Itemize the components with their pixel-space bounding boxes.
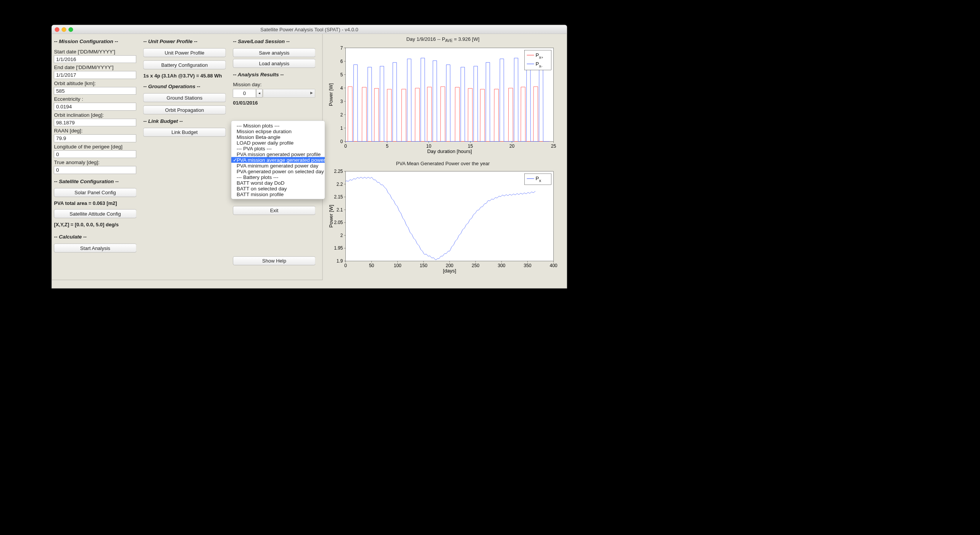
- pva-total-area: PVA total area = 0.063 [m2]: [54, 200, 136, 206]
- inclination-label: Orbit inclination [deg]:: [54, 112, 136, 118]
- mission-day-label: Mission day:: [233, 82, 315, 88]
- eccentricity-label: Eccentricity :: [54, 96, 136, 102]
- svg-text:0: 0: [344, 263, 347, 268]
- svg-text:350: 350: [524, 263, 531, 268]
- plot-menu-item[interactable]: BATT worst day DoD: [231, 180, 325, 186]
- plot-menu-item[interactable]: PVA mission generated power profile: [231, 151, 325, 157]
- svg-text:1: 1: [340, 126, 343, 131]
- svg-text:2: 2: [340, 233, 343, 238]
- save-analysis-button[interactable]: Save analysis: [233, 48, 316, 57]
- svg-text:5: 5: [386, 143, 388, 149]
- plot-menu-item[interactable]: PVA minimum generated power day: [231, 163, 325, 169]
- plot-type-menu[interactable]: --- Mission plots ---Mission eclipse dur…: [231, 121, 325, 199]
- plot-menu-item[interactable]: LOAD power daily profile: [231, 140, 325, 146]
- chart-top: Day 1/9/2016 -- PAVE = 3.926 [W] 0510152…: [329, 36, 558, 155]
- svg-text:[days]: [days]: [443, 268, 456, 274]
- mission-day-input[interactable]: 0: [233, 89, 256, 98]
- svg-text:0: 0: [340, 139, 343, 144]
- svg-text:250: 250: [472, 263, 479, 268]
- altitude-input[interactable]: 585: [54, 87, 136, 95]
- true-anomaly-input[interactable]: 0: [54, 166, 136, 174]
- svg-rect-0: [346, 48, 554, 142]
- svg-text:4: 4: [340, 85, 343, 91]
- attitude-config-button[interactable]: Satellite Attitude Config: [54, 209, 137, 218]
- altitude-label: Orbit altitude [km]:: [54, 81, 136, 87]
- raan-label: RAAN [deg]:: [54, 128, 136, 134]
- chart-bottom-title: PVA Mean Generated Power over the year: [329, 161, 558, 167]
- chart-bottom: PVA Mean Generated Power over the year 0…: [329, 161, 558, 275]
- inclination-input[interactable]: 98.1879: [54, 119, 136, 126]
- plot-menu-item[interactable]: Mission Beta-angle: [231, 134, 325, 140]
- chart-top-svg: 051015202501234567Day duration [hours]Po…: [329, 44, 558, 155]
- window-title: Satellite Power Analysis Tool (SPAT) - v…: [260, 26, 358, 32]
- solar-panel-config-button[interactable]: Solar Panel Config: [54, 188, 137, 197]
- save-load-heading: -- Save/Load Session --: [233, 39, 315, 45]
- end-date-label: End date ['DD/MM/YYYY']: [54, 64, 136, 71]
- attitude-vector: [X,Y,Z] = [0.0, 0.0, 5.0] deg/s: [54, 222, 136, 228]
- perigee-lon-input[interactable]: 0: [54, 150, 136, 158]
- raan-input[interactable]: 79.9: [54, 135, 136, 142]
- plot-menu-item[interactable]: --- PVA plots ---: [231, 146, 325, 151]
- svg-text:0: 0: [344, 143, 347, 149]
- end-date-input[interactable]: 1/1/2017: [54, 71, 136, 79]
- close-icon[interactable]: [55, 27, 60, 32]
- mission-day-slider[interactable]: [263, 89, 315, 98]
- mission-day-stepper: 0 ◄: [233, 89, 315, 97]
- client-area: -- Mission Configuration -- Start date […: [52, 34, 567, 288]
- unit-power-column: -- Unit Power Profile -- Unit Power Prof…: [143, 37, 226, 139]
- link-budget-button[interactable]: Link Budget: [143, 128, 226, 137]
- analysis-results-heading: -- Analysis Results --: [233, 72, 315, 78]
- plot-menu-item[interactable]: PVA mission average generated power: [231, 157, 325, 163]
- battery-config-button[interactable]: Battery Configuration: [143, 61, 226, 69]
- svg-text:Power [W]: Power [W]: [329, 83, 334, 106]
- chart-top-title: Day 1/9/2016 -- PAVE = 3.926 [W]: [329, 36, 558, 43]
- svg-text:25: 25: [551, 143, 556, 149]
- zoom-icon[interactable]: [69, 27, 73, 32]
- svg-text:Day duration [hours]: Day duration [hours]: [427, 148, 472, 154]
- start-analysis-button[interactable]: Start Analysis: [54, 244, 137, 253]
- app-window: Satellite Power Analysis Tool (SPAT) - v…: [52, 25, 567, 288]
- svg-rect-36: [346, 171, 554, 261]
- plot-menu-item[interactable]: --- Mission plots ---: [231, 123, 325, 129]
- plot-menu-item[interactable]: BATT mission profile: [231, 192, 325, 197]
- minimize-icon[interactable]: [62, 27, 66, 32]
- exit-button[interactable]: Exit: [233, 206, 316, 215]
- link-budget-heading: -- Link Budget --: [143, 118, 226, 124]
- load-analysis-button[interactable]: Load analysis: [233, 59, 316, 68]
- ground-ops-heading: -- Ground Operations --: [143, 84, 226, 90]
- orbit-propagation-button[interactable]: Orbit Propagation: [143, 106, 226, 114]
- svg-text:5: 5: [340, 72, 343, 77]
- svg-text:2.25: 2.25: [334, 169, 343, 174]
- mission-day-date: 01/01/2016: [233, 100, 315, 106]
- svg-text:300: 300: [498, 263, 505, 268]
- svg-text:50: 50: [369, 263, 374, 268]
- eccentricity-input[interactable]: 0.0194: [54, 103, 136, 111]
- titlebar: Satellite Power Analysis Tool (SPAT) - v…: [52, 25, 567, 34]
- unit-power-profile-button[interactable]: Unit Power Profile: [143, 48, 226, 57]
- svg-text:6: 6: [340, 59, 343, 64]
- svg-text:15: 15: [468, 143, 473, 149]
- start-date-label: Start date ['DD/MM/YYYY']: [54, 49, 136, 55]
- perigee-lon-label: Longitude of the perigee [deg]: [54, 144, 136, 150]
- mission-config-heading: -- Mission Configuration --: [54, 39, 136, 45]
- svg-text:7: 7: [340, 45, 343, 51]
- window-controls: [55, 27, 73, 32]
- plot-menu-item[interactable]: Mission eclipse duration: [231, 129, 325, 134]
- svg-text:2.2: 2.2: [337, 182, 343, 187]
- mission-day-prev-button[interactable]: ◄: [256, 89, 263, 98]
- true-anomaly-label: True anomaly [deg]:: [54, 160, 136, 166]
- show-help-button[interactable]: Show Help: [233, 256, 316, 265]
- plot-menu-item[interactable]: --- Battery plots ---: [231, 174, 325, 180]
- svg-text:2.05: 2.05: [334, 220, 343, 225]
- plots-pane: Day 1/9/2016 -- PAVE = 3.926 [W] 0510152…: [325, 34, 567, 280]
- unit-power-heading: -- Unit Power Profile --: [143, 39, 226, 45]
- svg-text:150: 150: [420, 263, 427, 268]
- start-date-input[interactable]: 1/1/2016: [54, 55, 136, 63]
- calculate-heading: -- Calculate --: [54, 234, 136, 240]
- ground-stations-button[interactable]: Ground Stations: [143, 93, 226, 102]
- plot-menu-item[interactable]: BATT on selected day: [231, 186, 325, 192]
- svg-text:1.95: 1.95: [334, 246, 343, 251]
- svg-text:400: 400: [550, 263, 557, 268]
- plot-menu-item[interactable]: PVA generated power on selected day: [231, 169, 325, 174]
- chart-bottom-svg: 0501001502002503003504001.91.9522.052.12…: [329, 168, 558, 274]
